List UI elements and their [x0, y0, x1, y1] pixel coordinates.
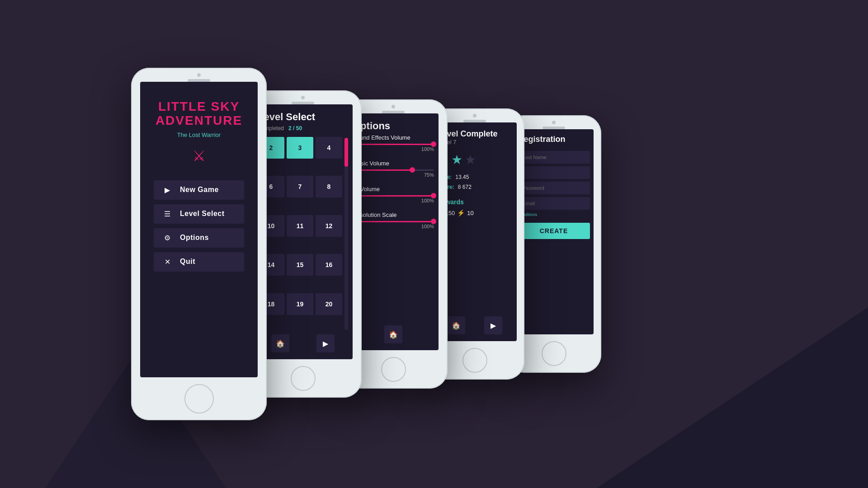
level-cell-11[interactable]: 11: [287, 215, 313, 237]
resolution-value: 100%: [353, 224, 434, 229]
game-title: LITTLE SKY ADVENTURE: [156, 100, 242, 128]
level-cell-15[interactable]: 15: [287, 254, 313, 276]
menu-quit[interactable]: ✕ Quit: [154, 252, 244, 272]
options-title: Options: [353, 120, 434, 132]
quit-label: Quit: [180, 258, 195, 266]
resolution-slider[interactable]: [353, 221, 434, 222]
phone-1-bottom: [131, 377, 267, 420]
resolution-fill: [353, 221, 434, 222]
home-button-5[interactable]: [542, 341, 566, 366]
lc-home-button[interactable]: 🏠: [447, 316, 465, 334]
phone-3-screen: Options Sound Effects Volume 100% Music …: [348, 113, 439, 350]
level-number: Level 7: [438, 139, 512, 145]
phone-1: LITTLE SKY ADVENTURE The Lost Warrior ⚔ …: [131, 68, 267, 420]
email-input[interactable]: [518, 197, 590, 210]
home-button-4[interactable]: [462, 348, 487, 373]
close-icon: ✕: [163, 258, 172, 266]
level-cell-7[interactable]: 7: [287, 176, 313, 197]
lc-next-button[interactable]: ▶: [484, 316, 502, 334]
registration-screen: Registration Conditions CREATE: [514, 129, 594, 334]
phone-camera-3-icon: [392, 105, 395, 108]
menu-new-game[interactable]: ▶ New Game: [154, 180, 244, 200]
music-volume-row: Music Volume 75%: [353, 160, 434, 178]
level-cell-8[interactable]: 8: [316, 176, 342, 197]
ui-value: 100%: [353, 198, 434, 203]
coin-value-2: 10: [467, 210, 473, 216]
gear-icon: ⚙: [163, 234, 172, 242]
phone-1-top: [131, 68, 267, 82]
options-screen: Options Sound Effects Volume 100% Music …: [348, 113, 439, 350]
level-select-label: Level Select: [180, 210, 225, 218]
rewards-title: Rewards: [438, 198, 512, 206]
phone-camera-2-icon: [301, 96, 305, 99]
level-cell-19[interactable]: 19: [287, 293, 313, 315]
ui-fill: [353, 195, 434, 197]
reward-hearts: ♥ 5: [438, 219, 512, 226]
ui-volume-row: UI Volume 100%: [353, 186, 434, 203]
resolution-label: Resolution Scale: [353, 211, 434, 218]
home-button-2[interactable]: [291, 366, 316, 391]
phone-camera-4-icon: [473, 114, 476, 117]
ui-label: UI Volume: [353, 186, 434, 192]
first-name-input[interactable]: [518, 166, 590, 179]
level-complete-bottom-bar: 🏠 ▶: [438, 316, 512, 334]
phone-camera-5-icon: [552, 121, 556, 124]
phones-container: LITTLE SKY ADVENTURE The Lost Warrior ⚔ …: [72, 41, 796, 447]
terms-text: Conditions: [518, 212, 590, 217]
home-nav-button[interactable]: 🏠: [271, 334, 289, 352]
reward-coins: ⬡ 150 ⚡ 10: [438, 209, 512, 216]
last-name-input[interactable]: [518, 151, 590, 164]
phone-1-screen: LITTLE SKY ADVENTURE The Lost Warrior ⚔ …: [140, 82, 258, 377]
level-cell-20[interactable]: 20: [316, 293, 342, 315]
level-select-bottom-bar: 🏠 ▶: [258, 334, 348, 352]
resolution-row: Resolution Scale 100%: [353, 211, 434, 229]
music-slider[interactable]: [353, 169, 434, 171]
sfx-fill: [353, 144, 434, 145]
phone-camera-icon: [197, 73, 201, 77]
home-button[interactable]: [184, 384, 214, 413]
sfx-thumb[interactable]: [431, 141, 436, 147]
resolution-thumb[interactable]: [431, 219, 436, 224]
sfx-slider[interactable]: [353, 144, 434, 145]
time-value: 13.45: [455, 174, 469, 180]
level-cell-4[interactable]: 4: [316, 137, 342, 159]
phone-5-screen: Registration Conditions CREATE: [514, 129, 594, 334]
level-select-title: Level Select: [258, 111, 348, 123]
completed-badge: Completed 2 / 50: [258, 125, 348, 131]
list-icon: ☰: [163, 210, 172, 218]
create-button[interactable]: CREATE: [518, 223, 590, 239]
crossed-swords-icon: ⚔: [193, 147, 206, 164]
options-label: Options: [180, 234, 209, 242]
music-thumb[interactable]: [410, 167, 415, 173]
phone-2-screen: Level Select Completed 2 / 50 2 3 4 6 7 …: [253, 104, 353, 359]
sfx-value: 100%: [353, 146, 434, 152]
level-cell-3[interactable]: 3: [287, 137, 313, 159]
level-grid: 2 3 4 6 7 8 10 11 12 14 15 16 18 19: [258, 137, 342, 330]
sfx-volume-row: Sound Effects Volume 100%: [353, 134, 434, 152]
menu-level-select[interactable]: ☰ Level Select: [154, 204, 244, 224]
score-value: 8 672: [458, 184, 472, 190]
main-menu-screen: LITTLE SKY ADVENTURE The Lost Warrior ⚔ …: [140, 82, 258, 377]
menu-options[interactable]: ⚙ Options: [154, 228, 244, 248]
level-complete-title: Level Complete: [438, 129, 512, 139]
ui-slider[interactable]: [353, 195, 434, 197]
star-2-icon: ★: [451, 152, 462, 167]
music-fill: [353, 169, 414, 171]
level-cell-12[interactable]: 12: [316, 215, 342, 237]
star-3-icon: ★: [465, 152, 476, 167]
game-subtitle: The Lost Warrior: [177, 131, 221, 138]
level-cell-16[interactable]: 16: [316, 254, 342, 276]
new-game-label: New Game: [180, 186, 219, 194]
ui-thumb[interactable]: [431, 193, 436, 198]
music-label: Music Volume: [353, 160, 434, 167]
level-select-screen: Level Select Completed 2 / 50 2 3 4 6 7 …: [253, 104, 353, 359]
time-stat: Time: 13.45: [438, 174, 512, 180]
play-nav-button[interactable]: ▶: [316, 334, 335, 352]
stars-row: ★ ★ ★: [438, 152, 512, 167]
score-stat: Score: 8 672: [438, 184, 512, 190]
sfx-label: Sound Effects Volume: [353, 134, 434, 141]
play-icon: ▶: [163, 186, 172, 194]
options-home-button[interactable]: 🏠: [384, 325, 402, 343]
home-button-3[interactable]: [381, 357, 406, 382]
password-input[interactable]: [518, 182, 590, 194]
